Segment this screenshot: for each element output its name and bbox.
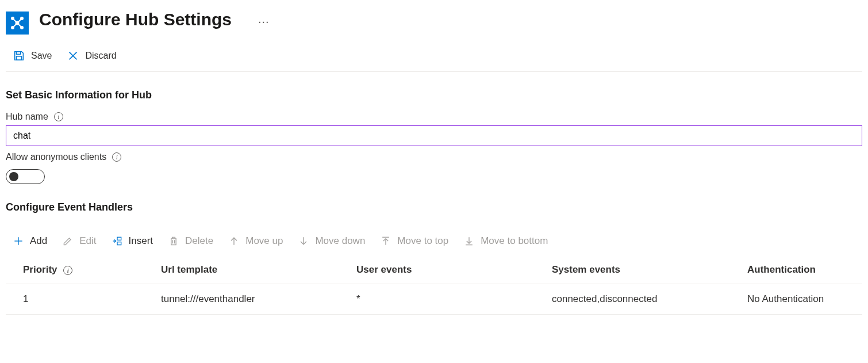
add-button[interactable]: Add <box>10 234 49 248</box>
pencil-icon <box>62 235 74 247</box>
move-top-button[interactable]: Move to top <box>378 234 451 248</box>
main-toolbar: Save Discard <box>6 44 862 72</box>
page-title: Configure Hub Settings <box>39 9 232 30</box>
add-label: Add <box>30 235 47 247</box>
cell-url_template: tunnel:///eventhandler <box>155 284 351 315</box>
table-row[interactable]: 1tunnel:///eventhandler*connected,discon… <box>6 284 862 315</box>
insert-label: Insert <box>129 235 153 247</box>
arrow-down-icon <box>298 235 309 247</box>
handlers-toolbar: Add Edit Insert Delete <box>6 224 862 257</box>
more-actions-icon[interactable]: ··· <box>258 15 270 28</box>
move-top-label: Move to top <box>397 235 448 247</box>
save-button[interactable]: Save <box>10 48 54 63</box>
move-down-label: Move down <box>315 235 365 247</box>
cell-authentication: No Authentication <box>742 284 862 315</box>
hub-name-input[interactable] <box>6 125 862 146</box>
trash-icon <box>168 235 179 247</box>
save-label: Save <box>31 51 52 61</box>
plus-icon <box>13 235 24 247</box>
insert-button[interactable]: Insert <box>109 234 156 248</box>
hub-icon <box>6 12 29 35</box>
hub-name-label: Hub name <box>6 112 48 122</box>
cell-priority: 1 <box>6 284 155 315</box>
delete-button[interactable]: Delete <box>166 234 216 248</box>
col-authentication[interactable]: Authentication <box>742 257 862 284</box>
cell-user_events: * <box>351 284 546 315</box>
move-up-button[interactable]: Move up <box>226 234 285 248</box>
toggle-knob <box>9 172 18 181</box>
discard-label: Discard <box>85 51 116 61</box>
save-icon <box>13 49 25 62</box>
move-up-label: Move up <box>245 235 283 247</box>
close-icon <box>67 49 79 62</box>
info-icon[interactable]: i <box>112 152 121 162</box>
edit-button[interactable]: Edit <box>60 234 98 248</box>
col-priority-label: Priority <box>23 264 57 275</box>
edit-label: Edit <box>79 235 96 247</box>
col-priority[interactable]: Priority i <box>6 257 155 284</box>
info-icon[interactable]: i <box>63 266 72 275</box>
allow-anon-toggle[interactable] <box>6 169 45 184</box>
move-bottom-label: Move to bottom <box>481 235 548 247</box>
discard-button[interactable]: Discard <box>64 48 118 63</box>
svg-rect-10 <box>16 52 20 55</box>
arrow-bottom-icon <box>463 235 475 247</box>
col-user-events[interactable]: User events <box>351 257 546 284</box>
cell-system_events: connected,disconnected <box>546 284 742 315</box>
allow-anon-label: Allow anonymous clients <box>6 152 106 162</box>
arrow-up-icon <box>228 235 240 247</box>
page-header: Configure Hub Settings ··· <box>6 6 862 44</box>
svg-rect-16 <box>117 237 121 240</box>
info-icon[interactable]: i <box>54 112 63 121</box>
move-bottom-button[interactable]: Move to bottom <box>461 234 550 248</box>
move-down-button[interactable]: Move down <box>295 234 367 248</box>
handlers-section-title: Configure Event Handlers <box>6 201 862 213</box>
arrow-top-icon <box>380 235 391 247</box>
delete-label: Delete <box>185 235 213 247</box>
hub-name-label-row: Hub name i <box>6 112 862 122</box>
svg-rect-17 <box>117 242 121 245</box>
insert-icon <box>112 235 123 247</box>
allow-anon-label-row: Allow anonymous clients i <box>6 152 862 162</box>
handlers-table: Priority i Url template User events Syst… <box>6 257 862 315</box>
basic-section-title: Set Basic Information for Hub <box>6 89 862 101</box>
svg-rect-11 <box>16 56 21 60</box>
col-url-template[interactable]: Url template <box>155 257 351 284</box>
col-system-events[interactable]: System events <box>546 257 742 284</box>
